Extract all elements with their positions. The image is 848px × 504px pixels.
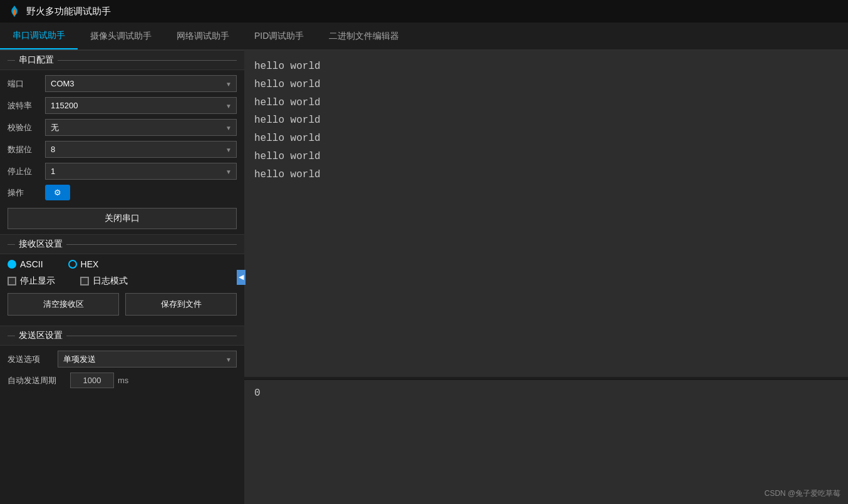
ms-unit-label: ms	[118, 376, 128, 385]
tab-serial[interactable]: 串口调试助手	[0, 23, 78, 49]
parity-row: 校验位 无 奇校验 偶校验	[8, 119, 237, 136]
stopbits-select[interactable]: 1 1.5 2	[45, 163, 237, 180]
nav-bar: 串口调试助手 摄像头调试助手 网络调试助手 PID调试助手 二进制文件编辑器	[0, 23, 848, 50]
receive-settings-panel: ASCII HEX 停止显示 日志模式 清空接收	[0, 254, 244, 326]
port-select-wrapper: COM3 COM1 COM2 COM4	[45, 75, 237, 92]
stop-display-indicator	[8, 277, 16, 285]
receive-line-1: hello world	[254, 58, 838, 76]
stop-display-label: 停止显示	[20, 275, 55, 287]
send-display-text: 0	[254, 388, 838, 399]
send-settings-panel: 发送选项 单项发送 多项发送 自动发送周期 ms	[0, 346, 244, 398]
port-select[interactable]: COM3 COM1 COM2 COM4	[45, 75, 237, 92]
send-option-select-wrapper: 单项发送 多项发送	[58, 351, 237, 368]
connect-button[interactable]: ⚙	[45, 185, 70, 200]
save-file-button[interactable]: 保存到文件	[125, 293, 237, 316]
parity-select[interactable]: 无 奇校验 偶校验	[45, 119, 237, 136]
sidebar: 串口配置 端口 COM3 COM1 COM2 COM4 波特率	[0, 50, 244, 504]
tab-pid[interactable]: PID调试助手	[242, 23, 316, 49]
stopbits-label: 停止位	[8, 166, 45, 177]
serial-config-panel: 端口 COM3 COM1 COM2 COM4 波特率 115200 9600	[0, 70, 244, 234]
watermark: CSDN @兔子爱吃草莓	[764, 488, 840, 499]
op-label: 操作	[8, 187, 45, 198]
send-settings-header: 发送区设置	[0, 326, 244, 346]
app-title: 野火多功能调试助手	[26, 6, 111, 18]
stop-display-checkbox[interactable]: 停止显示	[8, 275, 55, 287]
receive-display[interactable]: hello world hello world hello world hell…	[244, 50, 848, 379]
title-bar: 野火多功能调试助手	[0, 0, 848, 23]
op-row: 操作 ⚙	[8, 185, 237, 200]
receive-line-7: hello world	[254, 166, 838, 184]
send-option-label: 发送选项	[8, 354, 58, 365]
log-mode-checkbox[interactable]: 日志模式	[80, 275, 128, 287]
send-option-row: 发送选项 单项发送 多项发送	[8, 351, 237, 368]
app-icon	[8, 4, 21, 18]
hex-radio-label: HEX	[81, 259, 99, 269]
databits-select-wrapper: 8 5 6 7	[45, 141, 237, 158]
send-display[interactable]: 0	[244, 379, 848, 504]
receive-settings-header: 接收区设置	[0, 234, 244, 254]
ascii-radio-indicator	[8, 260, 16, 269]
auto-send-input[interactable]	[70, 373, 114, 388]
stopbits-row: 停止位 1 1.5 2	[8, 163, 237, 180]
receive-line-3: hello world	[254, 94, 838, 112]
collapse-arrow[interactable]: ◀	[237, 270, 246, 285]
port-row: 端口 COM3 COM1 COM2 COM4	[8, 75, 237, 92]
hex-radio-indicator	[68, 260, 77, 269]
close-port-button[interactable]: 关闭串口	[8, 208, 237, 229]
parity-select-wrapper: 无 奇校验 偶校验	[45, 119, 237, 136]
checkbox-row: 停止显示 日志模式	[8, 275, 237, 287]
tab-binary[interactable]: 二进制文件编辑器	[316, 23, 411, 49]
ascii-radio[interactable]: ASCII	[8, 259, 43, 269]
receive-btn-row: 清空接收区 保存到文件	[8, 293, 237, 316]
main-layout: 串口配置 端口 COM3 COM1 COM2 COM4 波特率	[0, 50, 848, 504]
auto-send-label: 自动发送周期	[8, 375, 70, 386]
parity-label: 校验位	[8, 122, 45, 133]
content-area: ◀ hello world hello world hello world he…	[244, 50, 848, 504]
receive-line-2: hello world	[254, 76, 838, 94]
tab-camera[interactable]: 摄像头调试助手	[78, 23, 164, 49]
receive-line-4: hello world	[254, 111, 838, 130]
hex-radio[interactable]: HEX	[68, 259, 99, 269]
databits-row: 数据位 8 5 6 7	[8, 141, 237, 158]
send-option-select[interactable]: 单项发送 多项发送	[58, 351, 237, 368]
databits-label: 数据位	[8, 144, 45, 155]
serial-config-header: 串口配置	[0, 50, 244, 70]
log-mode-label: 日志模式	[93, 275, 128, 287]
ascii-radio-label: ASCII	[20, 259, 43, 269]
stopbits-select-wrapper: 1 1.5 2	[45, 163, 237, 180]
baudrate-label: 波特率	[8, 100, 45, 111]
tab-network[interactable]: 网络调试助手	[164, 23, 242, 49]
encoding-radio-row: ASCII HEX	[8, 259, 237, 269]
port-label: 端口	[8, 78, 45, 90]
log-mode-indicator	[80, 277, 89, 285]
baudrate-select[interactable]: 115200 9600 19200 38400 57600	[45, 97, 237, 114]
clear-receive-button[interactable]: 清空接收区	[8, 293, 119, 316]
baudrate-row: 波特率 115200 9600 19200 38400 57600	[8, 97, 237, 114]
databits-select[interactable]: 8 5 6 7	[45, 141, 237, 158]
receive-line-6: hello world	[254, 148, 838, 166]
receive-line-5: hello world	[254, 130, 838, 148]
baudrate-select-wrapper: 115200 9600 19200 38400 57600	[45, 97, 237, 114]
auto-send-row: 自动发送周期 ms	[8, 373, 237, 388]
